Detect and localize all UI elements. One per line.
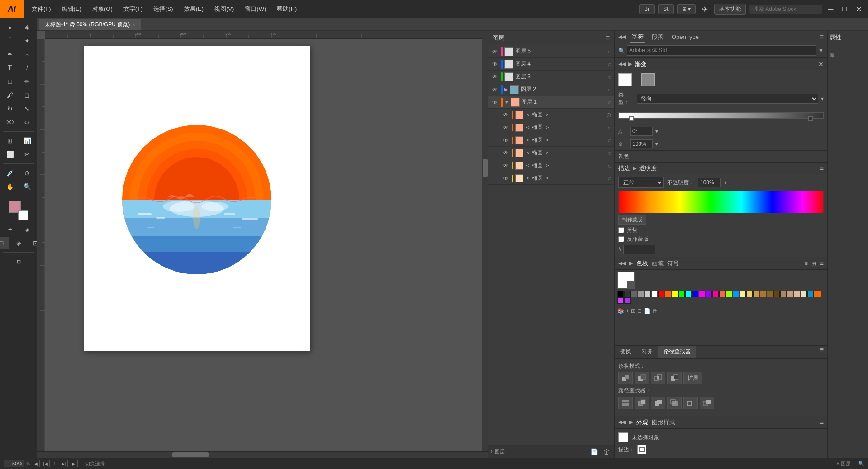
stroke-expand-icon[interactable]: ▶ <box>633 165 636 171</box>
scale-tool[interactable]: ⤡ <box>19 102 35 115</box>
menu-select[interactable]: 选择(S) <box>149 3 177 15</box>
background-color[interactable] <box>18 210 28 220</box>
swatch-coral[interactable] <box>719 291 726 297</box>
opacity-input[interactable]: 100% <box>698 178 721 187</box>
zoom-input[interactable]: 50% <box>4 460 24 467</box>
make-mask-button[interactable]: 制作蒙版 <box>618 215 646 225</box>
first-page-button[interactable]: |◀ <box>42 460 50 467</box>
stock-button[interactable]: St <box>658 4 673 14</box>
tab-paragraph[interactable]: 段落 <box>650 32 665 42</box>
swatch-lightyellow[interactable] <box>740 291 746 297</box>
last-page-button[interactable]: ▶| <box>60 460 68 467</box>
layer-1-visibility-icon[interactable]: 👁 <box>491 99 499 105</box>
arrange-button[interactable]: ⊞ ▾ <box>677 4 696 14</box>
default-colors-icon[interactable]: ◉ <box>19 223 35 236</box>
sublayer-ellipse-4[interactable]: 👁 ＜ 椭圆 ＞ ○ <box>488 147 614 159</box>
layer-2[interactable]: 👁 ▶ 图层 2 ○ <box>488 83 614 96</box>
swatch-blue[interactable] <box>692 291 698 297</box>
invert-mask-checkbox[interactable] <box>618 236 624 242</box>
layer-4-visibility-icon[interactable]: 👁 <box>491 61 499 67</box>
minus-back-button[interactable] <box>700 397 714 409</box>
gradient-swatch-1[interactable] <box>618 73 632 86</box>
swatch-maroon[interactable] <box>773 291 780 297</box>
expand-button[interactable]: 扩展 <box>683 372 702 384</box>
eyedropper-tool[interactable]: 💉 <box>2 167 18 179</box>
swatch-purple2[interactable] <box>624 297 631 304</box>
swatch-green[interactable] <box>678 291 685 297</box>
swatches-grid-view-icon[interactable]: ⊞ <box>811 260 816 267</box>
artboards-button[interactable]: ⊞ <box>10 255 27 268</box>
adobe-stock-search[interactable] <box>749 5 822 14</box>
horizontal-scrollbar[interactable] <box>37 451 488 458</box>
clip-checkbox[interactable] <box>618 227 624 233</box>
swatch-yellow[interactable] <box>672 291 678 297</box>
appearance-menu-icon[interactable]: ≡ <box>820 418 824 426</box>
swatch-gold[interactable] <box>746 291 753 297</box>
workspace-dropdown[interactable]: 基本功能 <box>714 4 746 15</box>
swatch-group-icon[interactable]: ⊟ <box>637 308 642 314</box>
horizontal-scrollbar-thumb[interactable] <box>172 452 209 457</box>
menu-effect[interactable]: 效果(E) <box>180 3 208 15</box>
layer-3-target-icon[interactable]: ○ <box>608 73 612 81</box>
lasso-tool[interactable]: ⌒ <box>2 34 18 47</box>
merge-button[interactable] <box>651 397 665 409</box>
divide-button[interactable] <box>618 397 633 409</box>
menu-help[interactable]: 帮助(H) <box>272 3 301 15</box>
hex-input[interactable] <box>623 245 655 254</box>
collapse-icon[interactable]: ◀◀ <box>618 34 626 40</box>
swatch-white[interactable] <box>651 291 658 297</box>
swatch-pink[interactable] <box>712 291 719 297</box>
tab-swatches[interactable]: 色板 <box>636 259 648 268</box>
exclude-button[interactable] <box>667 372 682 384</box>
transparency-menu-icon[interactable]: ≡ <box>820 164 824 172</box>
gradient-type-select[interactable]: 径向 线性 <box>637 94 818 104</box>
menu-type[interactable]: 文字(T) <box>119 3 147 15</box>
sublayer-2-visibility-icon[interactable]: 👁 <box>502 124 510 131</box>
swatch-linen[interactable] <box>801 291 807 297</box>
swatch-tan[interactable] <box>753 291 759 297</box>
swatch-cream[interactable] <box>794 291 800 297</box>
type-tool[interactable]: T <box>2 62 18 74</box>
paintbrush-tool[interactable]: 🖌 <box>2 89 18 101</box>
layer-4-target-icon[interactable]: ○ <box>608 61 612 68</box>
prev-page-button[interactable]: ◀ <box>32 460 40 467</box>
swatches-collapse-icon[interactable]: ◀◀ <box>618 260 626 266</box>
swatch-cyan[interactable] <box>685 291 692 297</box>
symbols-tool[interactable]: ⊞ <box>2 134 18 147</box>
sublayer-3-target-icon[interactable]: ○ <box>608 137 612 144</box>
layer-3-visibility-icon[interactable]: 👁 <box>491 74 499 80</box>
gradient-bar[interactable] <box>618 112 824 119</box>
font-name-display[interactable]: Adobe 宋体 Std L <box>627 45 816 56</box>
swatch-black[interactable] <box>617 291 624 297</box>
rectangle-tool[interactable]: □ <box>2 75 18 88</box>
swatch-new-icon[interactable]: 📄 <box>644 308 650 314</box>
char-panel-menu-icon[interactable]: ≡ <box>820 33 824 41</box>
tab-graphic-styles[interactable]: 图形样式 <box>652 418 675 426</box>
mask-mode[interactable]: ◈ <box>10 237 27 249</box>
sublayer-ellipse-2[interactable]: 👁 ＜ 椭圆 ＞ ○ <box>488 121 614 134</box>
minimize-button[interactable]: ─ <box>825 3 836 15</box>
fullscreen-mode[interactable]: ⊡ <box>28 237 37 249</box>
layer-5-target-icon[interactable]: ○ <box>608 48 612 55</box>
gradient-angle-dropdown[interactable]: ▾ <box>655 128 658 134</box>
rotate-tool[interactable]: ↻ <box>2 102 18 115</box>
direct-selection-tool[interactable]: ◈ <box>19 21 35 34</box>
sublayer-4-target-icon[interactable]: ○ <box>608 149 612 157</box>
magic-wand-tool[interactable]: ✦ <box>19 34 35 47</box>
tab-symbols[interactable]: 符号 <box>667 259 679 268</box>
layer-2-expand-icon[interactable]: ▶ <box>504 87 508 92</box>
graph-tool[interactable]: 📊 <box>19 134 35 147</box>
minus-front-button[interactable] <box>635 372 649 384</box>
hand-tool[interactable]: ✋ <box>2 180 18 193</box>
tab-character[interactable]: 字符 <box>630 32 645 43</box>
layer-2-visibility-icon[interactable]: 👁 <box>491 86 499 93</box>
swatch-silver[interactable] <box>645 291 651 297</box>
sublayer-6-visibility-icon[interactable]: 👁 <box>502 175 510 182</box>
document-tab[interactable]: 未标题-1* @ 50% (RGB/GPU 预览) × <box>39 19 141 30</box>
crop-button[interactable] <box>667 397 682 409</box>
gradient-angle-input[interactable]: 0° <box>630 127 653 136</box>
tab-pathfinder[interactable]: 路径查找器 <box>658 346 696 358</box>
gradient-stop-right[interactable] <box>808 116 813 121</box>
blend-mode-select[interactable]: 正常 正片叠底 滤色 叠加 <box>618 177 664 188</box>
appearance-collapse-icon[interactable]: ◀◀ <box>618 419 626 425</box>
